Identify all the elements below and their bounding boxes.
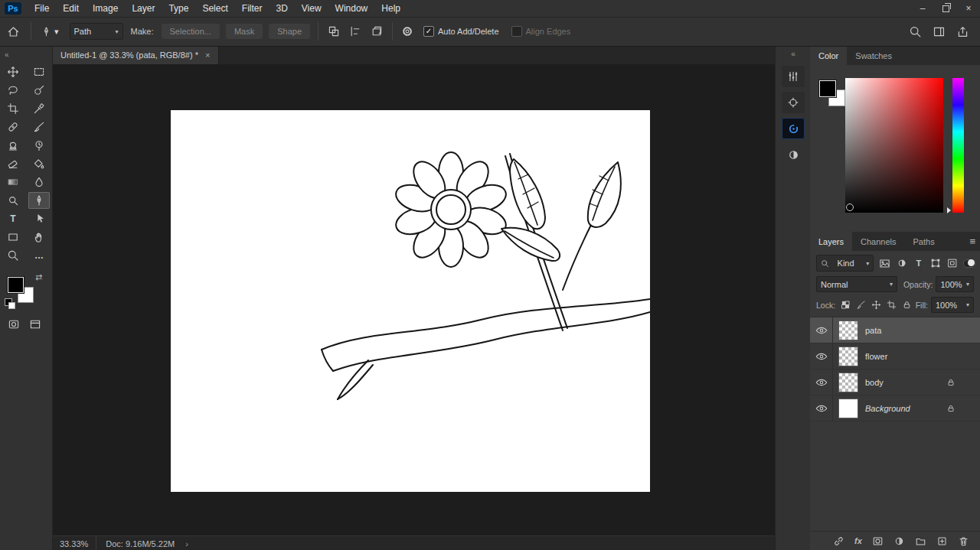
color-picker-cursor[interactable]: [846, 203, 854, 211]
pen-settings-button[interactable]: [397, 25, 417, 37]
tab-swatches[interactable]: Swatches: [847, 46, 900, 65]
layer-thumbnail[interactable]: [838, 399, 858, 418]
align-edges-option[interactable]: Align Edges: [511, 26, 571, 37]
layer-name[interactable]: pata: [865, 326, 881, 335]
path-operations-button[interactable]: [323, 25, 345, 37]
canvas[interactable]: [171, 110, 650, 492]
brush-tool[interactable]: [28, 119, 50, 135]
lasso-tool[interactable]: [2, 82, 24, 99]
sliders-panel-button[interactable]: [782, 66, 805, 87]
layer-thumbnail[interactable]: [838, 347, 858, 366]
visibility-toggle[interactable]: [810, 343, 833, 369]
workspace-switcher-icon[interactable]: [933, 25, 946, 38]
color-panel-foreground-swatch[interactable]: [819, 80, 836, 97]
tab-paths[interactable]: Paths: [905, 232, 943, 251]
canvas-area[interactable]: [52, 64, 775, 535]
eyedropper-tool[interactable]: [28, 100, 50, 117]
menu-window[interactable]: Window: [328, 0, 375, 17]
dodge-tool[interactable]: [2, 192, 24, 209]
active-panel-button[interactable]: [782, 118, 805, 139]
clone-source-panel-button[interactable]: [782, 92, 805, 113]
tab-color[interactable]: Color: [810, 46, 847, 65]
adjustment-layer-icon[interactable]: [893, 535, 905, 547]
zoom-tool[interactable]: [2, 247, 24, 264]
foreground-color-swatch[interactable]: [8, 277, 24, 293]
path-arrangement-button[interactable]: [366, 25, 387, 37]
search-icon[interactable]: [909, 25, 922, 38]
layer-name[interactable]: flower: [865, 352, 887, 361]
menu-edit[interactable]: Edit: [56, 0, 86, 17]
blur-tool[interactable]: [28, 174, 50, 190]
spot-healing-brush-tool[interactable]: [2, 119, 24, 135]
filter-type-layers-button[interactable]: T: [913, 256, 925, 271]
filter-shape-layers-button[interactable]: [929, 256, 942, 271]
adjustments-panel-button[interactable]: [782, 144, 805, 165]
layer-row-pata[interactable]: pata: [810, 317, 980, 343]
history-brush-tool[interactable]: [28, 137, 50, 154]
fill-select[interactable]: 100% ▾: [931, 297, 974, 313]
layer-style-button[interactable]: fx: [854, 536, 862, 545]
layer-row-flower[interactable]: flower: [810, 343, 980, 369]
pen-tool[interactable]: [28, 192, 50, 209]
gradient-tool[interactable]: [2, 174, 24, 190]
crop-tool[interactable]: [2, 100, 24, 117]
blend-mode-select[interactable]: Normal ▾: [816, 276, 897, 292]
layer-row-background[interactable]: Background: [810, 395, 980, 421]
tab-channels[interactable]: Channels: [852, 232, 904, 251]
menu-help[interactable]: Help: [374, 0, 407, 17]
tool-preset-picker[interactable]: ▾: [36, 26, 64, 37]
lock-all-button[interactable]: [902, 300, 912, 310]
lock-artboard-button[interactable]: [887, 300, 897, 310]
visibility-toggle[interactable]: [810, 369, 833, 395]
lock-transparent-pixels-button[interactable]: [841, 300, 851, 310]
status-options-chevron[interactable]: ›: [185, 539, 188, 548]
menu-layer[interactable]: Layer: [125, 0, 162, 17]
share-icon[interactable]: [956, 25, 969, 38]
saturation-brightness-field[interactable]: [845, 78, 943, 213]
home-button[interactable]: [0, 25, 26, 38]
make-mask-button[interactable]: Mask: [226, 24, 263, 39]
filter-toggle[interactable]: [963, 259, 975, 268]
filter-adjustment-layers-button[interactable]: [895, 256, 907, 271]
expand-panels-chevron[interactable]: «: [791, 50, 795, 58]
add-layer-mask-icon[interactable]: [872, 535, 884, 547]
close-tab-icon[interactable]: ×: [205, 50, 210, 60]
paint-bucket-tool[interactable]: [28, 155, 50, 172]
delete-layer-icon[interactable]: [958, 535, 969, 547]
screen-mode-icon[interactable]: [29, 318, 41, 330]
close-button[interactable]: ×: [957, 0, 980, 17]
quick-mask-icon[interactable]: [8, 318, 20, 330]
menu-view[interactable]: View: [295, 0, 328, 17]
rectangle-tool[interactable]: [2, 229, 24, 246]
menu-select[interactable]: Select: [195, 0, 234, 17]
hue-slider[interactable]: [952, 78, 964, 213]
zoom-level[interactable]: 33.33%: [52, 536, 96, 550]
quick-selection-tool[interactable]: [28, 82, 50, 99]
edit-toolbar-button[interactable]: …: [28, 247, 50, 264]
new-layer-icon[interactable]: [936, 535, 948, 547]
swap-colors-icon[interactable]: ⇄: [35, 272, 42, 282]
layer-row-body[interactable]: body: [810, 369, 980, 395]
default-colors-icon[interactable]: [5, 298, 12, 306]
layer-name[interactable]: body: [865, 378, 884, 387]
lock-image-pixels-button[interactable]: [856, 300, 866, 310]
rectangular-marquee-tool[interactable]: [28, 63, 50, 80]
minimize-button[interactable]: –: [911, 0, 934, 17]
menu-filter[interactable]: Filter: [235, 0, 270, 17]
tab-layers[interactable]: Layers: [810, 232, 852, 251]
panel-menu-icon[interactable]: ≡: [969, 232, 975, 251]
filter-pixel-layers-button[interactable]: [878, 256, 890, 271]
link-layers-icon[interactable]: [833, 535, 844, 547]
path-selection-tool[interactable]: [28, 210, 50, 227]
layer-name[interactable]: Background: [865, 404, 910, 413]
filter-kind-select[interactable]: Kind ▾: [816, 255, 874, 272]
visibility-toggle[interactable]: [810, 395, 833, 421]
make-shape-button[interactable]: Shape: [269, 24, 310, 39]
layer-thumbnail[interactable]: [838, 373, 858, 392]
visibility-toggle[interactable]: [810, 317, 833, 343]
document-tab[interactable]: Untitled-1 @ 33.3% (pata, RGB/8#) * ×: [52, 46, 219, 64]
opacity-select[interactable]: 100% ▾: [936, 276, 974, 292]
move-tool[interactable]: [2, 63, 24, 80]
collapse-toolbar-chevron[interactable]: «: [5, 50, 9, 59]
layer-thumbnail[interactable]: [838, 321, 858, 340]
